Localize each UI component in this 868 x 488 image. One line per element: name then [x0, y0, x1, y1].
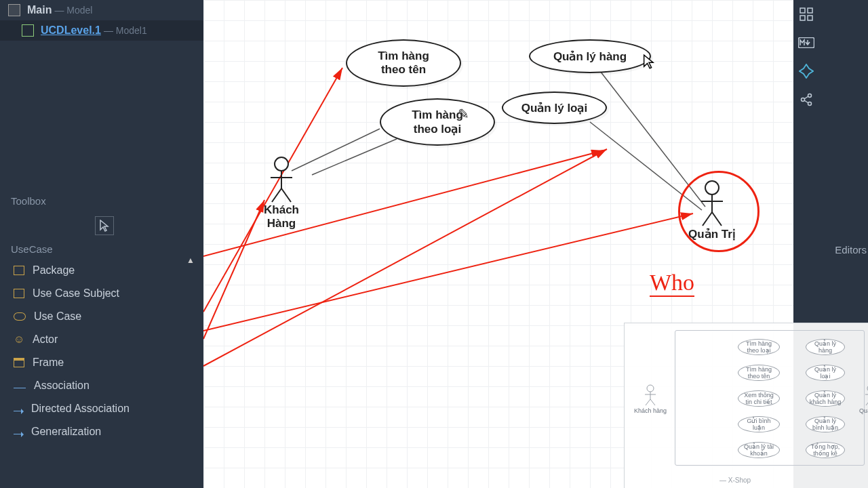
tb-package[interactable]: Package — [0, 259, 203, 282]
tb-usecase[interactable]: Use Case — [0, 305, 203, 328]
actor-label: Quản Trị — [685, 227, 739, 241]
minimap-frame: Tìm hàng theo loại Tìm hàng theo tên Xem… — [675, 330, 865, 466]
tb-label: Generalization — [31, 426, 101, 438]
svg-point-14 — [705, 181, 719, 195]
svg-rect-22 — [808, 16, 812, 20]
actor-icon: ☺ — [14, 335, 24, 344]
diagram-icon — [8, 4, 20, 16]
tb-frame[interactable]: Frame — [0, 351, 203, 374]
usecase-tim-hang-theo-ten[interactable]: Tìm hàngtheo tên — [346, 39, 461, 87]
mm-usecase: Gửi bình luận — [738, 416, 780, 432]
mm-footer: — X-Shop — [719, 476, 751, 484]
usecase-quan-ly-loai[interactable]: Quản lý loại — [502, 92, 607, 124]
mm-usecase: Tìm hàng theo loại — [738, 339, 780, 355]
editors-label: Editors — [835, 244, 867, 256]
svg-rect-19 — [800, 8, 805, 13]
tb-directed-association[interactable]: Directed Association — [0, 397, 203, 420]
view-icon-stack — [793, 4, 819, 110]
association-icon — [14, 388, 26, 388]
usecase-icon — [14, 312, 26, 321]
generalization-icon — [14, 434, 23, 434]
share-icon[interactable] — [796, 89, 816, 110]
directed-association-icon — [14, 411, 23, 411]
usecase-label: Tìm hàngtheo loại — [412, 108, 463, 136]
tb-label: Package — [33, 264, 75, 277]
tb-actor[interactable]: ☺ Actor — [0, 328, 203, 351]
svg-line-18 — [712, 212, 722, 226]
mm-usecase: Quản lý loại — [806, 365, 845, 381]
tb-label: Association — [34, 380, 90, 392]
usecase-label: Tìm hàngtheo tên — [378, 49, 429, 77]
mm-usecase: Quản lý khách hàng — [806, 390, 845, 407]
mm-actor-left: Khách hàng — [630, 384, 671, 414]
svg-line-32 — [646, 399, 650, 405]
svg-line-12 — [272, 188, 281, 202]
svg-point-29 — [647, 385, 654, 392]
frame-icon — [14, 358, 24, 367]
actor-khach-hang[interactable]: Khách Hàng — [251, 156, 312, 230]
minimap-panel[interactable]: Tìm hàng theo loại Tìm hàng theo tên Xem… — [624, 323, 868, 488]
collapse-triangle-icon: ▲ — [186, 256, 195, 265]
tb-association[interactable]: Association — [0, 374, 203, 397]
usecase-label: Quản lý hàng — [553, 49, 627, 64]
svg-line-27 — [804, 96, 808, 99]
svg-line-13 — [281, 188, 291, 202]
toolbox-section: UseCase — [0, 239, 203, 259]
mm-usecase: Tổng hợp, thống kê — [806, 442, 845, 458]
svg-point-25 — [802, 98, 805, 102]
mm-usecase: Quản lý tài khoản — [738, 442, 780, 458]
svg-line-33 — [650, 399, 655, 405]
actor-quan-tri[interactable]: Quản Trị — [685, 180, 739, 241]
mm-usecase: Xem thông tin chi tiết — [738, 390, 780, 407]
crosshair-icon[interactable] — [796, 61, 816, 81]
model-tree-main[interactable]: Main — Model — [0, 0, 203, 20]
mm-usecase: Quản lý bình luận — [806, 416, 845, 432]
tb-label: Actor — [33, 333, 58, 346]
usecase-label: Quản lý loại — [521, 101, 587, 115]
svg-line-17 — [703, 212, 712, 226]
mm-actor-label: Khách hàng — [630, 407, 671, 414]
annotation-text: Who — [650, 270, 694, 297]
tb-generalization[interactable]: Generalization — [0, 420, 203, 443]
tb-label: Use Case Subject — [33, 287, 119, 300]
actor-label: Khách Hàng — [251, 203, 312, 230]
layout-grid-icon[interactable] — [796, 4, 816, 24]
tb-usecase-subject[interactable]: Use Case Subject — [0, 282, 203, 305]
toolbox-cursor-tool[interactable] — [95, 216, 114, 235]
usecase-tim-hang-theo-loai[interactable]: Tìm hàngtheo loại — [380, 98, 495, 146]
model-child-sub: — Model1 — [104, 25, 147, 36]
left-sidebar: Main — Model UCDLevel.1 — Model1 Toolbox… — [0, 0, 203, 488]
tb-label: Use Case — [34, 310, 81, 323]
subject-icon — [14, 289, 24, 298]
usecase-quan-ly-hang[interactable]: Quản lý hàng — [529, 39, 651, 73]
model-child-name: UCDLevel.1 — [41, 24, 101, 37]
model-main-sub: — Model — [54, 5, 92, 16]
model-main-name: Main — [27, 4, 52, 16]
svg-point-26 — [808, 102, 812, 106]
tb-label: Directed Association — [31, 403, 130, 415]
svg-point-24 — [808, 94, 812, 98]
svg-line-7 — [203, 214, 693, 331]
model-tree-child[interactable]: UCDLevel.1 — Model1 — [0, 20, 203, 41]
mm-actor-label: Quản trị — [850, 407, 868, 414]
mm-usecase: Tìm hàng theo tên — [738, 365, 780, 381]
svg-rect-20 — [808, 8, 812, 13]
tb-label: Frame — [33, 357, 64, 369]
svg-line-1 — [312, 139, 397, 175]
mm-usecase: Quản lý hàng — [806, 339, 845, 355]
toolbox-heading: Toolbox — [0, 190, 203, 212]
svg-point-9 — [275, 157, 288, 171]
usecase-diagram-icon — [22, 24, 34, 37]
mm-actor-right: Quản trị — [850, 384, 868, 414]
svg-line-28 — [804, 100, 808, 103]
svg-rect-21 — [800, 16, 805, 20]
markdown-icon[interactable] — [796, 33, 816, 53]
package-icon — [14, 266, 24, 275]
